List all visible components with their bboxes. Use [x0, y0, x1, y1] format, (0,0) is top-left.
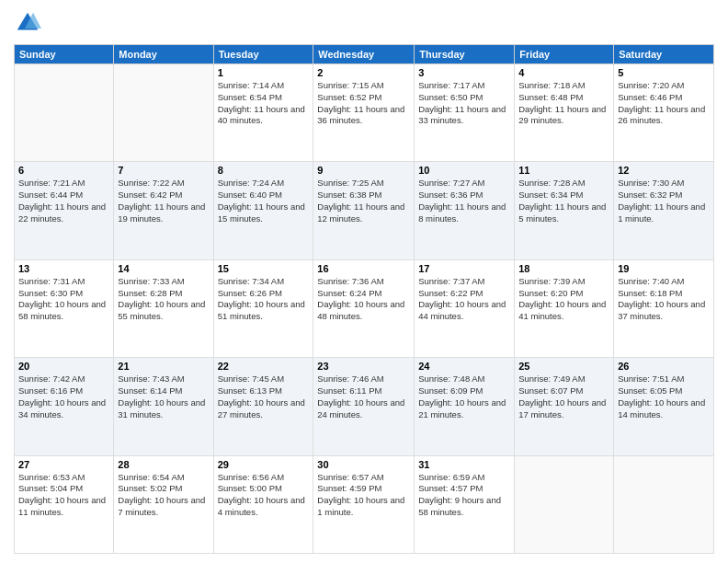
day-number: 3 — [418, 67, 510, 78]
day-number: 2 — [317, 67, 410, 78]
calendar-cell — [15, 64, 114, 162]
day-number: 10 — [418, 165, 510, 176]
cell-content: Sunrise: 7:24 AMSunset: 6:40 PMDaylight:… — [218, 178, 310, 224]
logo — [14, 9, 44, 37]
day-number: 16 — [317, 263, 410, 274]
day-number: 28 — [118, 459, 209, 470]
calendar-cell: 27Sunrise: 6:53 AMSunset: 5:04 PMDayligh… — [15, 455, 114, 553]
cell-content: Sunrise: 7:39 AMSunset: 6:20 PMDaylight:… — [518, 276, 609, 323]
logo-icon — [14, 9, 41, 37]
day-number: 15 — [218, 263, 310, 274]
day-header-friday: Friday — [515, 45, 614, 64]
cell-content: Sunrise: 7:21 AMSunset: 6:44 PMDaylight:… — [18, 178, 109, 224]
calendar-cell: 5Sunrise: 7:20 AMSunset: 6:46 PMDaylight… — [614, 64, 714, 162]
cell-content: Sunrise: 7:28 AMSunset: 6:34 PMDaylight:… — [518, 178, 609, 224]
day-number: 6 — [18, 165, 109, 176]
day-number: 5 — [618, 67, 710, 78]
day-number: 7 — [118, 165, 209, 176]
day-header-thursday: Thursday — [415, 45, 515, 64]
calendar-cell: 21Sunrise: 7:43 AMSunset: 6:14 PMDayligh… — [114, 358, 213, 455]
calendar-cell: 9Sunrise: 7:25 AMSunset: 6:38 PMDaylight… — [313, 162, 415, 259]
day-number: 29 — [218, 459, 310, 470]
cell-content: Sunrise: 7:17 AMSunset: 6:50 PMDaylight:… — [418, 80, 510, 127]
calendar-cell — [515, 455, 614, 553]
calendar-cell — [614, 455, 714, 553]
header — [14, 9, 714, 37]
calendar-cell: 19Sunrise: 7:40 AMSunset: 6:18 PMDayligh… — [614, 259, 714, 357]
cell-content: Sunrise: 7:51 AMSunset: 6:05 PMDaylight:… — [618, 373, 710, 420]
day-header-tuesday: Tuesday — [213, 45, 313, 64]
cell-content: Sunrise: 7:31 AMSunset: 6:30 PMDaylight:… — [18, 276, 109, 323]
calendar-cell: 12Sunrise: 7:30 AMSunset: 6:32 PMDayligh… — [614, 162, 714, 259]
day-number: 17 — [418, 263, 510, 274]
cell-content: Sunrise: 7:33 AMSunset: 6:28 PMDaylight:… — [118, 276, 209, 323]
calendar-cell: 26Sunrise: 7:51 AMSunset: 6:05 PMDayligh… — [614, 358, 714, 455]
day-number: 14 — [118, 263, 209, 274]
cell-content: Sunrise: 7:18 AMSunset: 6:48 PMDaylight:… — [518, 80, 609, 127]
day-number: 23 — [317, 361, 410, 372]
calendar-cell: 14Sunrise: 7:33 AMSunset: 6:28 PMDayligh… — [114, 259, 213, 357]
day-number: 31 — [418, 459, 510, 470]
day-number: 27 — [18, 459, 109, 470]
calendar-cell: 15Sunrise: 7:34 AMSunset: 6:26 PMDayligh… — [213, 259, 313, 357]
day-number: 11 — [518, 165, 609, 176]
cell-content: Sunrise: 7:27 AMSunset: 6:36 PMDaylight:… — [418, 178, 510, 224]
cell-content: Sunrise: 6:56 AMSunset: 5:00 PMDaylight:… — [218, 472, 310, 519]
calendar-cell — [114, 64, 213, 162]
day-number: 4 — [518, 67, 609, 78]
day-header-sunday: Sunday — [15, 45, 114, 64]
calendar-cell: 25Sunrise: 7:49 AMSunset: 6:07 PMDayligh… — [515, 358, 614, 455]
day-header-wednesday: Wednesday — [313, 45, 415, 64]
day-number: 21 — [118, 361, 209, 372]
calendar-cell: 18Sunrise: 7:39 AMSunset: 6:20 PMDayligh… — [515, 259, 614, 357]
calendar-cell: 30Sunrise: 6:57 AMSunset: 4:59 PMDayligh… — [313, 455, 415, 553]
cell-content: Sunrise: 7:37 AMSunset: 6:22 PMDaylight:… — [418, 276, 510, 323]
calendar-cell: 31Sunrise: 6:59 AMSunset: 4:57 PMDayligh… — [415, 455, 515, 553]
calendar-cell: 4Sunrise: 7:18 AMSunset: 6:48 PMDaylight… — [515, 64, 614, 162]
calendar-cell: 16Sunrise: 7:36 AMSunset: 6:24 PMDayligh… — [313, 259, 415, 357]
cell-content: Sunrise: 7:15 AMSunset: 6:52 PMDaylight:… — [317, 80, 410, 127]
cell-content: Sunrise: 7:43 AMSunset: 6:14 PMDaylight:… — [118, 373, 209, 420]
header-row: SundayMondayTuesdayWednesdayThursdayFrid… — [15, 45, 714, 64]
day-number: 30 — [317, 459, 410, 470]
calendar-cell: 2Sunrise: 7:15 AMSunset: 6:52 PMDaylight… — [313, 64, 415, 162]
cell-content: Sunrise: 7:14 AMSunset: 6:54 PMDaylight:… — [218, 80, 310, 127]
day-header-monday: Monday — [114, 45, 213, 64]
calendar-cell: 10Sunrise: 7:27 AMSunset: 6:36 PMDayligh… — [415, 162, 515, 259]
cell-content: Sunrise: 7:36 AMSunset: 6:24 PMDaylight:… — [317, 276, 410, 323]
cell-content: Sunrise: 7:49 AMSunset: 6:07 PMDaylight:… — [518, 373, 609, 420]
day-number: 26 — [618, 361, 710, 372]
calendar-cell: 7Sunrise: 7:22 AMSunset: 6:42 PMDaylight… — [114, 162, 213, 259]
cell-content: Sunrise: 7:34 AMSunset: 6:26 PMDaylight:… — [218, 276, 310, 323]
day-number: 18 — [518, 263, 609, 274]
calendar-cell: 24Sunrise: 7:48 AMSunset: 6:09 PMDayligh… — [415, 358, 515, 455]
day-number: 1 — [218, 67, 310, 78]
calendar-cell: 29Sunrise: 6:56 AMSunset: 5:00 PMDayligh… — [213, 455, 313, 553]
cell-content: Sunrise: 7:22 AMSunset: 6:42 PMDaylight:… — [118, 178, 209, 224]
day-number: 12 — [618, 165, 710, 176]
cell-content: Sunrise: 6:54 AMSunset: 5:02 PMDaylight:… — [118, 472, 209, 519]
calendar-cell: 8Sunrise: 7:24 AMSunset: 6:40 PMDaylight… — [213, 162, 313, 259]
day-number: 13 — [18, 263, 109, 274]
calendar-week-2: 6Sunrise: 7:21 AMSunset: 6:44 PMDaylight… — [15, 162, 714, 259]
calendar-week-4: 20Sunrise: 7:42 AMSunset: 6:16 PMDayligh… — [15, 358, 714, 455]
calendar-cell: 6Sunrise: 7:21 AMSunset: 6:44 PMDaylight… — [15, 162, 114, 259]
day-number: 19 — [618, 263, 710, 274]
day-number: 22 — [218, 361, 310, 372]
calendar-cell: 28Sunrise: 6:54 AMSunset: 5:02 PMDayligh… — [114, 455, 213, 553]
calendar-cell: 22Sunrise: 7:45 AMSunset: 6:13 PMDayligh… — [213, 358, 313, 455]
cell-content: Sunrise: 6:53 AMSunset: 5:04 PMDaylight:… — [18, 472, 109, 519]
day-header-saturday: Saturday — [614, 45, 714, 64]
cell-content: Sunrise: 7:45 AMSunset: 6:13 PMDaylight:… — [218, 373, 310, 420]
calendar-week-3: 13Sunrise: 7:31 AMSunset: 6:30 PMDayligh… — [15, 259, 714, 357]
day-number: 9 — [317, 165, 410, 176]
day-number: 20 — [18, 361, 109, 372]
calendar-cell: 3Sunrise: 7:17 AMSunset: 6:50 PMDaylight… — [415, 64, 515, 162]
cell-content: Sunrise: 7:25 AMSunset: 6:38 PMDaylight:… — [317, 178, 410, 224]
day-number: 8 — [218, 165, 310, 176]
calendar-cell: 20Sunrise: 7:42 AMSunset: 6:16 PMDayligh… — [15, 358, 114, 455]
cell-content: Sunrise: 7:46 AMSunset: 6:11 PMDaylight:… — [317, 373, 410, 420]
cell-content: Sunrise: 7:40 AMSunset: 6:18 PMDaylight:… — [618, 276, 710, 323]
cell-content: Sunrise: 6:59 AMSunset: 4:57 PMDaylight:… — [418, 472, 510, 519]
calendar-week-5: 27Sunrise: 6:53 AMSunset: 5:04 PMDayligh… — [15, 455, 714, 553]
